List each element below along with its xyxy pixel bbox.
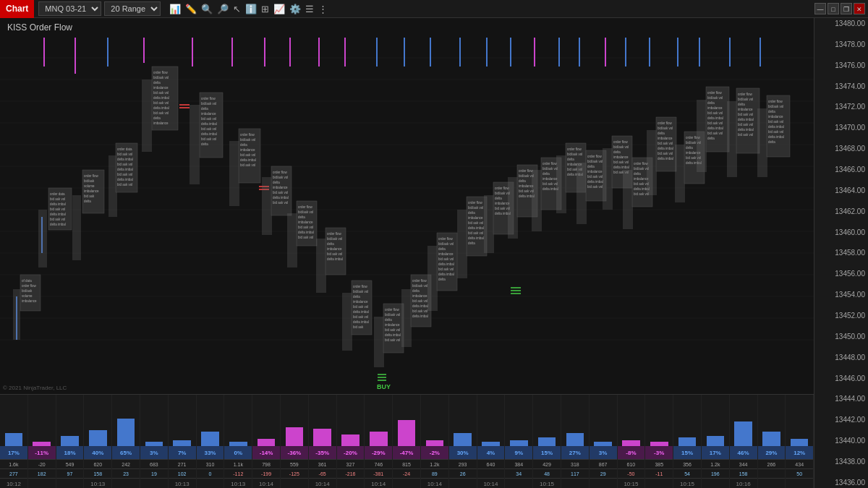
volume-bar (734, 421, 752, 446)
fp-bottom: -216 (337, 468, 365, 478)
svg-text:order flow: order flow (738, 93, 753, 96)
svg-rect-54 (142, 80, 152, 152)
volume-bar (313, 429, 331, 446)
cursor-icon[interactable]: ↖ (233, 4, 241, 14)
svg-text:bid/ask vol: bid/ask vol (658, 127, 673, 130)
fp-bottom: -24 (393, 468, 420, 478)
svg-rect-172 (459, 38, 461, 67)
svg-text:bid ask vol: bid ask vol (707, 121, 723, 125)
time-label: 10:13 (169, 478, 196, 488)
svg-text:delta: delta (468, 211, 475, 215)
svg-text:delta: delta (273, 181, 280, 184)
volume-bar (454, 433, 472, 446)
svg-text:imbalance: imbalance (707, 106, 723, 110)
fp-val: 815 (393, 459, 420, 468)
svg-text:bid ask vol: bid ask vol (117, 173, 132, 176)
list-icon[interactable]: ☰ (305, 4, 314, 14)
svg-text:bid ask vol: bid ask vol (768, 120, 783, 124)
volume-bar (622, 440, 640, 446)
svg-text:bid ask vol: bid ask vol (273, 191, 288, 194)
svg-text:delta: delta (738, 103, 745, 106)
svg-text:bid ask vol: bid ask vol (298, 226, 313, 229)
fp-val: 683 (140, 459, 168, 468)
fp-bottom (758, 468, 786, 478)
pencil-icon[interactable]: ✏️ (185, 4, 197, 14)
svg-text:imbalance: imbalance (438, 252, 454, 256)
fp-pct: -3% (645, 446, 673, 459)
svg-text:delta: delta (707, 137, 715, 140)
maximize-button[interactable]: □ (827, 3, 839, 14)
svg-text:delta: delta (385, 318, 392, 322)
svg-text:delta: delta (686, 146, 693, 150)
svg-text:delta: delta (613, 150, 621, 154)
price-label: 13450.00 (817, 333, 865, 341)
fp-pct: 17% (702, 446, 729, 459)
minimize-button[interactable]: — (814, 3, 826, 14)
fp-val: 610 (618, 459, 645, 468)
symbol-selector[interactable]: MNQ 03-21 (38, 1, 101, 16)
svg-text:volume: volume (84, 184, 95, 188)
restore-button[interactable]: ❐ (841, 3, 852, 14)
svg-text:bid ask vol: bid ask vol (117, 153, 132, 156)
svg-text:bid ask vol: bid ask vol (385, 328, 400, 332)
fp-val: 242 (112, 459, 140, 468)
grid-icon[interactable]: ⊞ (261, 4, 269, 14)
svg-text:order flow: order flow (273, 171, 288, 174)
time-label (702, 478, 729, 488)
fp-val: 293 (449, 459, 477, 468)
price-label: 13460.00 (817, 228, 865, 236)
fp-col: 18%54997 (56, 395, 85, 488)
chart-container: KISS Order Flow of data (0, 18, 868, 488)
svg-text:bid ask vol: bid ask vol (587, 185, 603, 189)
fp-col: 9%38434 (505, 395, 533, 488)
svg-text:imbalance: imbalance (22, 299, 37, 303)
time-label (645, 478, 673, 488)
svg-rect-273 (699, 38, 700, 67)
svg-text:delta: delta (634, 172, 641, 176)
bar-chart-icon[interactable]: 📊 (169, 4, 181, 14)
fp-pct: 4% (477, 446, 505, 459)
svg-text:bid/ask: bid/ask (84, 179, 95, 183)
fp-pct: -47% (393, 446, 420, 459)
svg-text:delta imbal: delta imbal (353, 320, 369, 324)
range-selector[interactable]: 20 Range (104, 1, 161, 16)
svg-text:bid ask vol: bid ask vol (117, 183, 132, 187)
svg-text:delta imbal: delta imbal (50, 213, 66, 216)
chart-icon2[interactable]: 📈 (273, 4, 285, 14)
close-button[interactable]: ✕ (854, 3, 865, 14)
settings-icon[interactable]: ⚙️ (289, 4, 301, 14)
fp-col: -11%-20182 (28, 395, 56, 488)
svg-text:bid/ask vol: bid/ask vol (438, 242, 454, 246)
svg-text:imbalance: imbalance (201, 112, 216, 116)
svg-text:order flow: order flow (495, 187, 510, 190)
svg-text:order flow: order flow (84, 174, 99, 178)
svg-text:bid ask vol: bid ask vol (468, 221, 483, 225)
fp-bottom: 277 (0, 468, 27, 478)
svg-text:bid ask vol: bid ask vol (298, 236, 313, 239)
svg-text:delta: delta (707, 101, 715, 105)
svg-text:delta: delta (353, 295, 360, 299)
svg-text:imbalance: imbalance (519, 184, 534, 188)
svg-text:order flow: order flow (634, 162, 649, 166)
volume-bar (173, 440, 191, 446)
volume-bar (678, 437, 697, 446)
price-label: 13448.00 (817, 354, 865, 361)
svg-text:bid ask vol: bid ask vol (201, 117, 216, 121)
zoom-in-icon[interactable]: 🔍 (201, 4, 213, 14)
chart-main: KISS Order Flow of data (0, 18, 814, 488)
cols-icon[interactable]: ⋮ (318, 4, 328, 14)
svg-text:order flow: order flow (201, 97, 216, 100)
svg-text:delta imbal: delta imbal (153, 96, 169, 100)
svg-text:delta: delta (768, 110, 775, 114)
zoom-out-icon[interactable]: 🔎 (217, 4, 229, 14)
svg-text:bid ask: bid ask (84, 194, 95, 198)
svg-text:bid/ask vol: bid/ask vol (613, 145, 629, 149)
chart-label: Chart (0, 0, 34, 18)
fp-bottom: 117 (561, 468, 589, 478)
fp-col: 17%1.6k27710:12 (0, 395, 28, 488)
fp-bottom: -125 (281, 468, 308, 478)
volume-bar (117, 419, 135, 446)
fp-pct: 0% (224, 446, 252, 459)
svg-rect-185 (484, 195, 494, 253)
info-icon[interactable]: ℹ️ (245, 4, 257, 14)
